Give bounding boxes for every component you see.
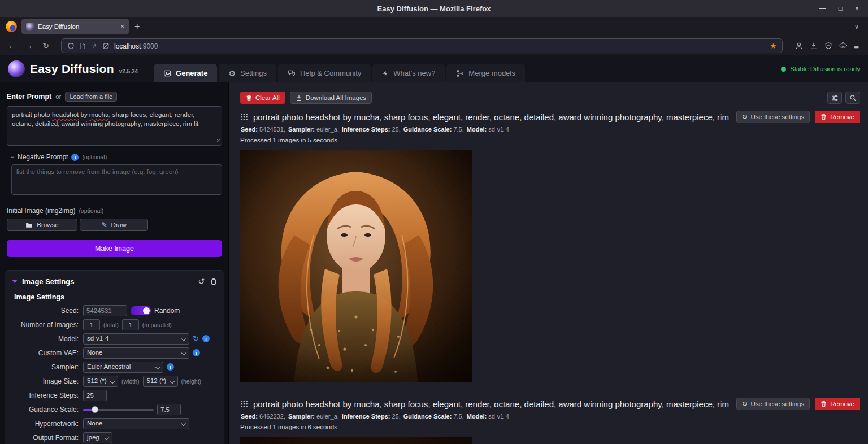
image-settings-panel: Image Settings ↺ Image Settings Seed: Ra…	[5, 270, 224, 444]
num-images-row: Number of Images: (total) (in parallel)	[12, 317, 217, 332]
reload-button[interactable]: ↻	[38, 41, 53, 50]
app-version: v2.5.24	[119, 68, 138, 75]
collapse-negative-icon[interactable]: −	[10, 153, 14, 161]
extensions-icon[interactable]	[839, 42, 847, 50]
easy-diffusion-logo-icon	[8, 60, 25, 77]
load-from-file-button[interactable]: Load from a file	[65, 92, 117, 102]
download-icon	[296, 94, 302, 101]
downloads-icon[interactable]	[810, 42, 818, 50]
forward-button[interactable]: →	[21, 41, 36, 50]
app-title: Easy Diffusion	[30, 62, 114, 76]
inference-steps-label: Inference Steps:	[12, 391, 79, 399]
close-button[interactable]: ×	[855, 5, 859, 12]
hypernetwork-select[interactable]: None	[83, 418, 189, 429]
make-image-button[interactable]: Make Image	[7, 240, 222, 257]
reset-settings-icon[interactable]: ↺	[198, 277, 205, 286]
remove-button[interactable]: Remove	[815, 398, 860, 410]
sliders-icon	[831, 94, 839, 102]
drag-handle-icon[interactable]	[240, 113, 248, 121]
tab-settings[interactable]: ⚙ Settings	[219, 64, 276, 82]
image-size-row: Image Size: 512 (*) (width) 512 (*) (hei…	[12, 374, 217, 388]
clear-all-button[interactable]: Clear All	[240, 92, 285, 104]
brand: Easy Diffusion v2.5.24	[8, 55, 138, 82]
use-settings-button[interactable]: ↻ Use these settings	[736, 111, 810, 123]
result-meta: Seed: 5424531,Sampler: euler_a,Inference…	[241, 126, 860, 133]
panel-title[interactable]: Image Settings	[22, 277, 193, 286]
shield-icon[interactable]	[67, 42, 75, 50]
tab-whats-new[interactable]: What's new?	[372, 64, 445, 82]
prompt-heading: Enter Prompt	[7, 93, 51, 101]
remove-label: Remove	[830, 401, 854, 407]
remove-label: Remove	[830, 114, 854, 120]
num-total-input[interactable]	[83, 319, 100, 330]
browse-button[interactable]: Browse	[7, 219, 77, 231]
menu-icon[interactable]: ≡	[854, 41, 859, 51]
download-all-label: Download All Images	[306, 94, 366, 101]
minimize-button[interactable]: —	[819, 5, 826, 12]
info-icon[interactable]	[193, 349, 200, 356]
zoom-button[interactable]	[845, 92, 860, 104]
prompt-text-misspelled: headshot	[52, 111, 79, 118]
num-parallel-input[interactable]	[122, 319, 139, 330]
bookmark-star-icon[interactable]: ★	[770, 42, 777, 50]
result-image[interactable]	[240, 437, 472, 444]
adblock-shield-icon[interactable]	[824, 42, 832, 50]
list-tabs-icon[interactable]: ∨	[854, 23, 863, 31]
new-tab-button[interactable]: +	[134, 21, 140, 32]
browser-nav-bar: ← → ↻ localhost:9000 ★ ≡	[0, 36, 868, 55]
negative-prompt-input[interactable]	[11, 164, 222, 195]
parallel-hint: (in parallel)	[142, 321, 172, 328]
url-text[interactable]: localhost:9000	[114, 41, 766, 51]
output-format-row: Output Format: jpeg	[12, 430, 217, 444]
tab-merge-label: Merge models	[468, 69, 515, 77]
download-all-button[interactable]: Download All Images	[290, 92, 372, 104]
prompt-input[interactable]: portrait photo headshot by mucha, sharp …	[7, 106, 222, 146]
model-select[interactable]: sd-v1-4	[83, 333, 189, 345]
output-format-select[interactable]: jpeg	[83, 432, 112, 443]
tab-merge-models[interactable]: Merge models	[446, 64, 524, 82]
maximize-button[interactable]: □	[839, 5, 843, 12]
tab-help-community[interactable]: Help & Community	[278, 64, 371, 82]
filter-settings-button[interactable]	[827, 92, 842, 104]
seed-row: Seed: Random	[12, 303, 217, 317]
page-info-icon[interactable]	[79, 42, 86, 50]
trash-icon	[821, 401, 827, 407]
height-select[interactable]: 512 (*)	[143, 376, 178, 387]
reload-models-icon[interactable]: ↻	[193, 334, 199, 343]
tab-settings-label: Settings	[240, 69, 267, 77]
firefox-logo-icon[interactable]	[6, 21, 17, 32]
seed-label: Seed:	[12, 307, 79, 315]
results-area: Clear All Download All Images	[229, 82, 868, 444]
trash-icon	[821, 114, 827, 120]
tab-generate[interactable]: Generate	[154, 64, 217, 82]
copy-settings-icon[interactable]	[210, 278, 217, 285]
width-select[interactable]: 512 (*)	[83, 376, 118, 387]
info-icon[interactable]	[167, 363, 174, 371]
guidance-scale-slider[interactable]	[83, 406, 154, 413]
result-image[interactable]	[240, 150, 472, 382]
result-group: portrait photo headshot by mucha, sharp …	[240, 398, 860, 444]
url-bar[interactable]: localhost:9000 ★	[61, 38, 783, 53]
back-button[interactable]: ←	[5, 41, 19, 50]
info-icon[interactable]	[202, 335, 210, 342]
guidance-scale-input[interactable]	[157, 404, 181, 415]
tab-close-icon[interactable]: ×	[120, 23, 124, 31]
use-settings-button[interactable]: ↻ Use these settings	[736, 398, 810, 410]
remove-button[interactable]: Remove	[815, 111, 860, 123]
drag-handle-icon[interactable]	[240, 400, 248, 408]
draw-button[interactable]: ✎ Draw	[80, 219, 148, 231]
hypernetwork-label: Hypernetwork:	[12, 420, 79, 428]
permissions-icon[interactable]	[90, 43, 98, 49]
seed-input[interactable]	[83, 305, 127, 316]
inference-steps-input[interactable]	[83, 390, 107, 401]
browser-tab[interactable]: Easy Diffusion ×	[21, 19, 129, 34]
vae-select[interactable]: None	[83, 347, 189, 359]
account-icon[interactable]	[795, 42, 803, 50]
collapse-panel-icon[interactable]	[12, 280, 18, 283]
sampler-select[interactable]: Euler Ancestral	[83, 362, 163, 373]
info-icon[interactable]	[71, 154, 79, 161]
gear-icon: ⚙	[228, 69, 236, 78]
status-text: Stable Diffusion is ready	[790, 66, 860, 72]
tracking-protection-off-icon[interactable]	[102, 42, 110, 50]
random-seed-toggle[interactable]	[131, 306, 151, 315]
